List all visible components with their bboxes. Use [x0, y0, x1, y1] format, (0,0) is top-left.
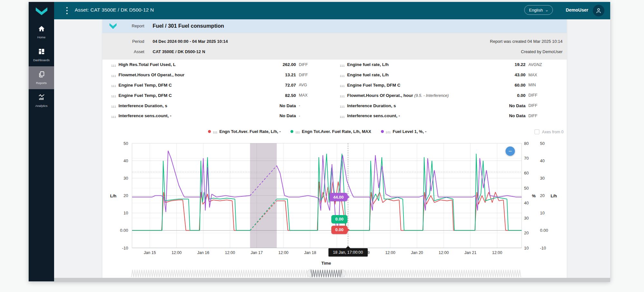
stat-label: Flowmet.Hours Of Operat., hour: [118, 72, 185, 77]
svg-text:12:00: 12:00: [172, 250, 182, 255]
home-icon: [38, 25, 45, 33]
legend-color-dot: [290, 130, 293, 133]
period-label: Period: [102, 39, 144, 44]
svg-text:20: 20: [124, 193, 128, 198]
stat-aggregation: DIFF: [528, 93, 546, 98]
svg-text:10: 10: [124, 211, 128, 215]
report-type-label: Report: [102, 24, 144, 28]
legend-item[interactable]: 101Fuel Level 1, %, -: [381, 129, 427, 134]
stat-label: Flowmet.Hours Of Operat., hour (9.5. - I…: [347, 93, 449, 98]
stat-aggregation: AVGNZ: [528, 62, 546, 67]
svg-text:30: 30: [540, 176, 545, 181]
created-info: Report was created 04 Mar 2025 10:14: [490, 39, 563, 44]
sidebar-item-label: Analytics: [35, 104, 47, 108]
svg-text:50: 50: [524, 186, 529, 191]
horizontal-scrollbar[interactable]: [54, 278, 610, 282]
stat-aggregation: MAX: [299, 93, 316, 98]
cursor-value-badge-fuel-rate-max: 0.00: [331, 215, 347, 223]
legend-prefix: 111: [295, 130, 300, 134]
left-axis-unit: L/h: [110, 193, 117, 198]
legend-prefix: 111: [213, 130, 217, 134]
stat-value: 82.50: [285, 93, 296, 98]
created-by: Created by DemoUser: [521, 49, 563, 54]
stat-aggregation: DIFF: [299, 62, 316, 67]
legend-color-dot: [381, 130, 384, 133]
reports-icon: [38, 71, 45, 79]
stat-prefix: 111: [111, 74, 116, 78]
asset-value: CAT 3500E / DK D500-12 N: [153, 49, 205, 54]
stat-row: 111Interference Duration, sNo Data-: [111, 100, 316, 111]
stat-prefix: 111: [340, 84, 345, 88]
axes-from-zero-label: Axes from 0: [542, 130, 564, 134]
right-axis-unit: L/h: [551, 193, 557, 198]
stat-label: High Res.Total Fuel Used, L: [118, 62, 176, 67]
stat-label: Interference sens.count, -: [347, 113, 400, 118]
series-line: [132, 182, 522, 231]
stat-label: Interference Duration, s: [347, 103, 396, 108]
svg-text:80: 80: [524, 141, 529, 146]
dashboards-icon: [38, 48, 45, 56]
stat-value: 72.07: [285, 83, 296, 88]
sidebar-item-home[interactable]: Home: [29, 21, 54, 43]
stat-note: (9.5. - Interference): [414, 93, 449, 98]
stat-aggregation: DIFF: [299, 73, 316, 77]
svg-text:20: 20: [540, 193, 545, 198]
cursor-value-badge-fuel-level: 44.00: [329, 193, 347, 201]
stat-prefix: 111: [340, 115, 345, 118]
stat-value: 13.21: [285, 72, 296, 77]
x-axis-title: Time: [305, 261, 347, 266]
stat-value: 19.22: [515, 62, 526, 67]
svg-text:40: 40: [524, 201, 529, 205]
sidebar-item-analytics[interactable]: Analytics: [29, 89, 54, 112]
brand-logo-chevron-icon[interactable]: [29, 2, 54, 21]
svg-text:Jan 16: Jan 16: [197, 250, 209, 255]
interference-band: [250, 143, 277, 248]
language-selector[interactable]: English ⌄: [524, 5, 553, 15]
svg-text:12:00: 12:00: [225, 250, 235, 255]
stat-prefix: 111: [340, 94, 345, 98]
asset-title: Asset: CAT 3500E / DK D500-12 N: [75, 7, 154, 13]
report-header: Report Fuel / 301 Fuel consumption: [102, 19, 567, 33]
svg-text:30: 30: [524, 216, 529, 221]
legend-label: Engn Tot.Aver. Fuel Rate, L/h, -: [219, 129, 281, 134]
svg-text:0.00: 0.00: [540, 228, 548, 233]
svg-text:12:00: 12:00: [492, 250, 502, 255]
stat-label: Engine Fuel Temp, DFM C: [118, 93, 172, 98]
legend-item[interactable]: 111Engn Tot.Aver. Fuel Rate, L/h, MAX: [290, 129, 371, 134]
stat-aggregation: MAX: [528, 73, 546, 77]
svg-text:Jan 15: Jan 15: [144, 250, 156, 255]
stat-prefix: 111: [340, 105, 345, 108]
sidebar-item-reports[interactable]: Reports: [29, 66, 54, 89]
stat-label: Interference sens.count, -: [118, 113, 171, 118]
cursor-time-tooltip: 18 Jan, 17:00:00: [328, 248, 368, 257]
zoom-out-button[interactable]: −: [506, 146, 515, 156]
stat-value: No Data: [509, 103, 526, 108]
username-label: DemoUser: [566, 7, 588, 13]
stat-row: 111Interference sens.count, -No Data-: [111, 111, 316, 121]
axes-from-zero-checkbox[interactable]: [535, 129, 539, 134]
svg-text:30: 30: [124, 176, 128, 181]
svg-text:10: 10: [540, 211, 545, 215]
sidebar-item-label: Home: [37, 35, 45, 39]
svg-text:10: 10: [524, 246, 529, 250]
stat-prefix: 111: [340, 74, 345, 78]
tooltip-notch: [346, 246, 350, 248]
legend-label: Fuel Level 1, %, -: [393, 129, 426, 134]
sidebar-item-dashboards[interactable]: Dashboards: [29, 43, 54, 66]
kebab-menu-icon[interactable]: [66, 7, 68, 14]
stat-row: 111Engine Fuel Temp, DFM C60.00MIN: [340, 80, 546, 90]
legend-item[interactable]: 111Engn Tot.Aver. Fuel Rate, L/h, -: [208, 129, 281, 134]
stat-aggregation: MIN: [528, 83, 546, 87]
user-avatar[interactable]: [593, 5, 604, 16]
svg-text:-10: -10: [540, 246, 546, 250]
range-navigator[interactable]: [102, 268, 567, 278]
stat-prefix: 111: [111, 94, 116, 98]
stat-aggregation: DIFF: [528, 114, 546, 118]
svg-text:0.00: 0.00: [120, 228, 128, 233]
svg-text:Jan 17: Jan 17: [251, 250, 263, 255]
svg-text:Jan 18: Jan 18: [304, 250, 316, 255]
stat-aggregation: -: [299, 103, 316, 108]
svg-text:50: 50: [540, 141, 545, 146]
svg-text:60: 60: [524, 171, 529, 175]
report-card: Report Fuel / 301 Fuel consumption Perio…: [102, 19, 567, 280]
